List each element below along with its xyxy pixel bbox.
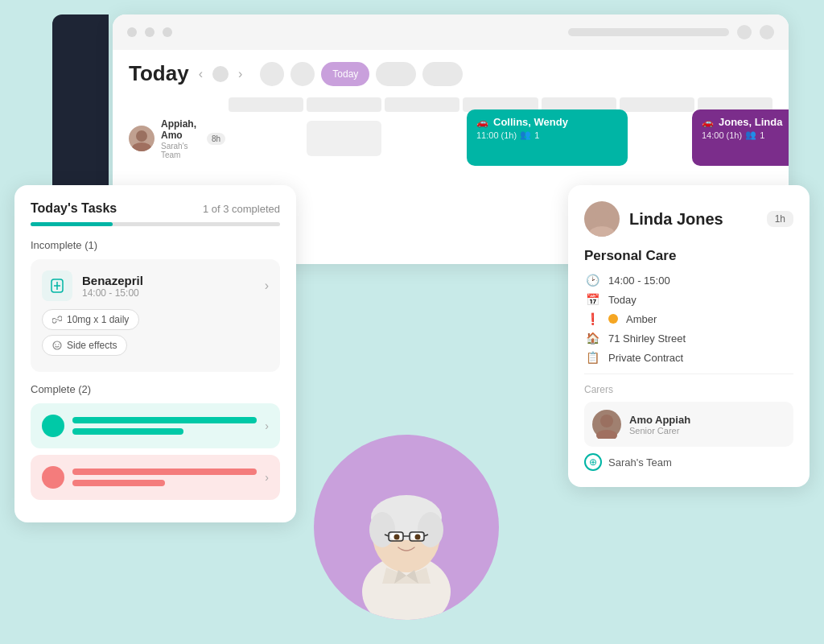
home-icon: 🏠: [584, 332, 600, 345]
detail-address-row: 🏠 71 Shirley Street: [584, 332, 793, 345]
users-icon-linda: 👥: [745, 130, 756, 140]
dot-3: [163, 27, 172, 37]
calendar-row-1: Appiah, Amo Sarah's Team 8h: [129, 115, 772, 163]
calendar-header: Today ‹ › Today: [129, 61, 772, 86]
svg-point-7: [58, 344, 59, 345]
detail-header: Linda Jones 1h: [584, 201, 793, 237]
event-wendy-name: Collins, Wendy: [493, 116, 568, 128]
nav-prev-button[interactable]: ‹: [199, 67, 203, 81]
complete-dot-pink: [42, 466, 64, 489]
status-label: Amber: [626, 313, 657, 325]
carer-role-text: Senior Carer: [629, 426, 690, 436]
complete-card-1[interactable]: ›: [31, 403, 280, 448]
complete-card-2[interactable]: ›: [31, 455, 280, 500]
medication-info: Benazepril 14:00 - 15:00: [82, 274, 143, 299]
medication-name: Benazepril: [82, 274, 143, 287]
document-icon: 📋: [584, 351, 600, 364]
tasks-panel: Today's Tasks 1 of 3 completed Incomplet…: [14, 185, 296, 522]
cell-empty-1: [229, 121, 303, 156]
svg-point-9: [589, 226, 615, 237]
duration-badge: 1h: [767, 211, 793, 227]
calendar-rows: Appiah, Amo Sarah's Team 8h: [129, 115, 772, 163]
event-linda-name: Jones, Linda: [719, 116, 782, 128]
event-wendy[interactable]: 🚗 Collins, Wendy 11:00 (1h) 👥 1: [467, 109, 628, 166]
svg-point-0: [136, 130, 147, 142]
pill-4[interactable]: [422, 62, 463, 86]
svg-point-20: [394, 535, 400, 540]
col-header-3: [385, 97, 459, 112]
patient-avatar: [584, 201, 620, 237]
detail-contract-row: 📋 Private Contract: [584, 351, 793, 364]
cell-empty-5: [620, 121, 694, 156]
progress-bar-background: [31, 222, 280, 226]
medication-header: Benazepril 14:00 - 15:00 ›: [42, 270, 269, 301]
pill-1[interactable]: [260, 62, 284, 86]
svg-point-5: [53, 341, 61, 349]
event-linda[interactable]: 🚗 Jones, Linda 14:00 (1h) 👥 1: [692, 109, 789, 166]
complete-section: Complete (2) › ›: [31, 383, 280, 500]
col-header-empty: [129, 97, 225, 112]
medication-icon: [42, 270, 72, 301]
complete-dot-green: [42, 415, 64, 437]
svg-point-17: [418, 512, 443, 547]
settings-dot: [737, 25, 752, 39]
complete-line-green-2: [72, 428, 183, 435]
detail-panel: Linda Jones 1h Personal Care 🕑 14:00 - 1…: [568, 185, 810, 487]
nav-next-button[interactable]: ›: [238, 67, 242, 81]
complete-line-pink-2: [72, 480, 165, 486]
svg-point-21: [415, 535, 421, 540]
carer-info: Appiah, Amo Sarah's Team: [161, 118, 200, 159]
appointment-time: 14:00 - 15:00: [608, 275, 670, 287]
complete-chevron-2[interactable]: ›: [265, 471, 269, 484]
dosage-tag[interactable]: 10mg x 1 daily: [42, 309, 139, 330]
contract-text: Private Contract: [608, 352, 683, 364]
users-icon-wendy: 👥: [520, 130, 531, 140]
face-icon: [52, 341, 62, 350]
nav-dot: [212, 66, 229, 82]
appointment-date: Today: [608, 294, 637, 306]
side-effects-tag[interactable]: Side effects: [42, 335, 127, 356]
pill-3[interactable]: [376, 62, 416, 86]
event-wendy-details: 11:00 (1h) 👥 1: [476, 130, 618, 140]
svg-point-1: [132, 142, 151, 151]
medication-card[interactable]: Benazepril 14:00 - 15:00 › 10mg x 1 dail…: [31, 259, 280, 372]
col-header-1: [229, 97, 303, 112]
svg-point-6: [55, 344, 56, 345]
tasks-count: 1 of 3 completed: [203, 203, 280, 215]
search-bar: [568, 28, 729, 36]
portrait-svg: [314, 435, 499, 620]
portrait-circle: [314, 435, 499, 620]
calendar-body: Today ‹ › Today: [113, 50, 789, 163]
tasks-title: Today's Tasks: [31, 201, 117, 216]
cell-1: [307, 121, 381, 156]
complete-lines-2: [72, 469, 257, 486]
medication-chevron[interactable]: ›: [265, 279, 269, 293]
complete-chevron-1[interactable]: ›: [265, 419, 269, 432]
col-header-2: [307, 97, 381, 112]
carer-card[interactable]: Amo Appiah Senior Carer: [584, 402, 793, 447]
svg-point-8: [594, 208, 610, 224]
pill-2[interactable]: [290, 62, 315, 86]
alert-icon: ❗: [584, 312, 600, 325]
team-icon: ⊕: [584, 453, 602, 471]
close-dot: [760, 25, 774, 39]
complete-lines-1: [72, 417, 257, 435]
carer-details: Amo Appiah Senior Carer: [629, 414, 690, 436]
complete-line-green-1: [72, 417, 257, 423]
row-label-appiah: Appiah, Amo Sarah's Team 8h: [129, 115, 225, 163]
link-icon: [52, 315, 62, 324]
car-icon-linda: 🚗: [702, 117, 714, 128]
progress-bar-fill: [31, 222, 113, 226]
side-effects-tag-wrapper: Side effects: [42, 335, 269, 361]
calendar-title: Today: [129, 61, 189, 86]
dot-1: [127, 27, 137, 37]
address-text: 71 Shirley Street: [608, 332, 686, 345]
pill-today[interactable]: Today: [321, 62, 369, 86]
car-icon-wendy: 🚗: [476, 117, 488, 128]
medication-time: 14:00 - 15:00: [82, 287, 143, 299]
view-pills: Today: [260, 62, 463, 86]
svg-point-10: [600, 415, 613, 427]
carer-hours: 8h: [207, 133, 225, 145]
dot-2: [145, 27, 154, 37]
service-type: Personal Care: [584, 248, 793, 264]
